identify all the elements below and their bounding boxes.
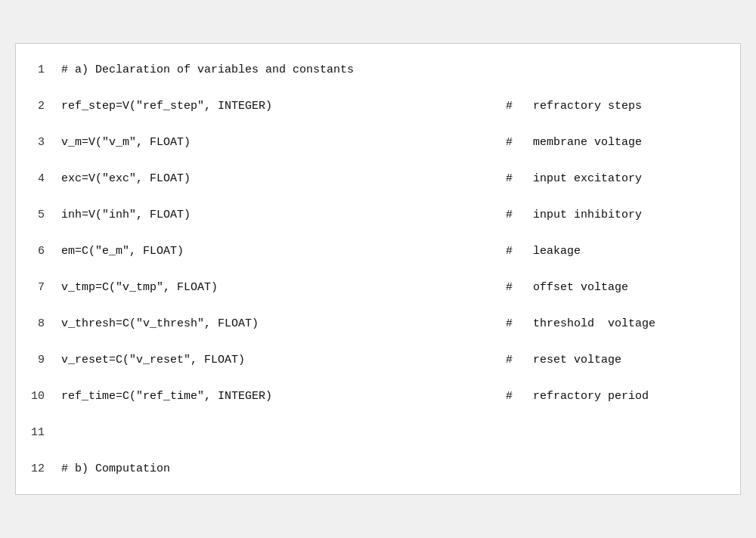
code-content: ref_step=V("ref_step", INTEGER): [54, 88, 498, 124]
code-comment: # threshold voltage: [498, 305, 740, 342]
table-row: 12# b) Computation: [16, 450, 740, 487]
code-content: ref_time=C("ref_time", INTEGER): [54, 378, 498, 414]
code-content: v_reset=C("v_reset", FLOAT): [54, 342, 498, 378]
line-number: 11: [16, 414, 54, 450]
line-number: 9: [16, 342, 54, 378]
code-container: 1# a) Declaration of variables and const…: [15, 43, 741, 495]
line-number: 10: [16, 378, 54, 414]
code-content: em=C("e_m", FLOAT): [54, 233, 498, 269]
code-comment: [498, 51, 740, 88]
table-row: 1# a) Declaration of variables and const…: [16, 51, 740, 88]
code-content: v_m=V("v_m", FLOAT): [54, 124, 498, 160]
table-row: 5inh=V("inh", FLOAT)# input inhibitory: [16, 196, 740, 233]
line-number: 1: [16, 51, 54, 88]
table-row: 11: [16, 414, 740, 450]
line-number: 7: [16, 269, 54, 305]
code-content: # a) Declaration of variables and consta…: [54, 51, 498, 88]
line-number: 6: [16, 233, 54, 269]
code-table: 1# a) Declaration of variables and const…: [16, 51, 740, 487]
code-comment: # input inhibitory: [498, 196, 740, 233]
code-comment: # reset voltage: [498, 342, 740, 378]
table-row: 8v_thresh=C("v_thresh", FLOAT)# threshol…: [16, 305, 740, 342]
code-comment: [498, 450, 740, 487]
code-content: v_tmp=C("v_tmp", FLOAT): [54, 269, 498, 305]
code-comment: # offset voltage: [498, 269, 740, 305]
table-row: 3v_m=V("v_m", FLOAT)# membrane voltage: [16, 124, 740, 160]
code-comment: # membrane voltage: [498, 124, 740, 160]
line-number: 12: [16, 450, 54, 487]
table-row: 7v_tmp=C("v_tmp", FLOAT)# offset voltage: [16, 269, 740, 305]
table-row: 9v_reset=C("v_reset", FLOAT)# reset volt…: [16, 342, 740, 378]
line-number: 5: [16, 196, 54, 233]
code-content: # b) Computation: [54, 450, 498, 487]
code-comment: # input excitatory: [498, 160, 740, 196]
code-content: [54, 414, 498, 450]
table-row: 6em=C("e_m", FLOAT)# leakage: [16, 233, 740, 269]
line-number: 3: [16, 124, 54, 160]
code-content: exc=V("exc", FLOAT): [54, 160, 498, 196]
table-row: 10ref_time=C("ref_time", INTEGER)# refra…: [16, 378, 740, 414]
table-row: 4exc=V("exc", FLOAT)# input excitatory: [16, 160, 740, 196]
line-number: 4: [16, 160, 54, 196]
code-comment: # refractory steps: [498, 88, 740, 124]
code-comment: # refractory period: [498, 378, 740, 414]
code-content: v_thresh=C("v_thresh", FLOAT): [54, 305, 498, 342]
line-number: 8: [16, 305, 54, 342]
code-content: inh=V("inh", FLOAT): [54, 196, 498, 233]
line-number: 2: [16, 88, 54, 124]
table-row: 2ref_step=V("ref_step", INTEGER)# refrac…: [16, 88, 740, 124]
code-comment: # leakage: [498, 233, 740, 269]
code-comment: [498, 414, 740, 450]
